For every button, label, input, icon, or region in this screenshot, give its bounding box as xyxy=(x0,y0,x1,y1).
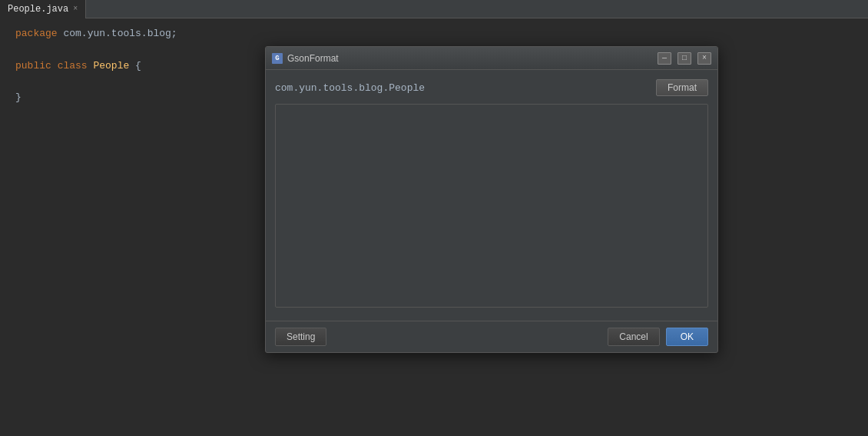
dialog-footer: Setting Cancel OK xyxy=(266,321,717,352)
dialog-plugin-icon: G xyxy=(272,53,283,64)
tab-close-icon[interactable]: × xyxy=(73,5,78,13)
tab-bar: People.java × xyxy=(0,0,868,18)
dialog-titlebar: G GsonFormat — □ × xyxy=(266,47,717,70)
setting-button[interactable]: Setting xyxy=(275,328,326,346)
dialog-close-button[interactable]: × xyxy=(697,52,711,65)
class-name-display: com.yun.tools.blog.People xyxy=(275,82,650,94)
class-name: People xyxy=(93,58,129,75)
tab-people-java[interactable]: People.java × xyxy=(0,0,86,18)
cancel-button[interactable]: Cancel xyxy=(608,328,659,346)
keyword-package: package xyxy=(15,26,58,42)
ok-button[interactable]: OK xyxy=(666,328,708,346)
dialog-maximize-button[interactable]: □ xyxy=(678,52,691,65)
code-line-1: package com.yun.tools.blog; xyxy=(15,26,853,42)
tab-filename: People.java xyxy=(8,4,68,15)
editor-area: People.java × package com.yun.tools.blog… xyxy=(0,0,868,436)
close-brace: } xyxy=(15,90,22,106)
keyword-public: public xyxy=(15,58,51,75)
footer-action-buttons: Cancel OK xyxy=(608,328,708,346)
open-brace: { xyxy=(135,58,141,75)
json-input[interactable] xyxy=(275,104,708,308)
dialog-minimize-button[interactable]: — xyxy=(658,52,671,65)
dialog-body: com.yun.tools.blog.People Format xyxy=(266,70,717,321)
class-name-row: com.yun.tools.blog.People Format xyxy=(275,79,708,96)
package-value: com.yun.tools.blog; xyxy=(63,26,177,42)
format-button[interactable]: Format xyxy=(656,79,708,96)
dialog-title: GsonFormat xyxy=(287,53,651,64)
gson-format-dialog: G GsonFormat — □ × com.yun.tools.blog.Pe… xyxy=(265,46,718,353)
keyword-class: class xyxy=(58,58,88,75)
